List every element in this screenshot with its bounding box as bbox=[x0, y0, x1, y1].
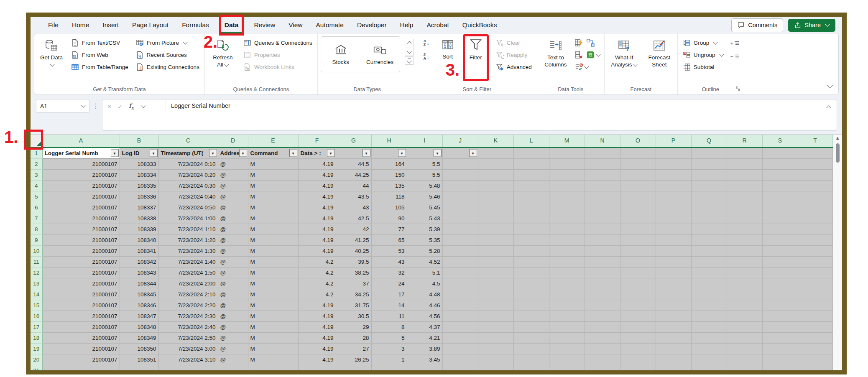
cell-G17[interactable]: 29 bbox=[336, 321, 371, 332]
cell-T12[interactable] bbox=[798, 267, 832, 278]
cell-E5[interactable]: M bbox=[248, 191, 298, 202]
cell-L4[interactable] bbox=[513, 180, 549, 191]
cell-Q10[interactable] bbox=[691, 245, 727, 256]
cell-T3[interactable] bbox=[798, 169, 832, 180]
cell-J8[interactable] bbox=[442, 224, 478, 234]
cell-T8[interactable] bbox=[798, 224, 832, 234]
cell-F8[interactable]: 4.19 bbox=[298, 224, 336, 234]
cell-C6[interactable]: 7/23/2024 0:50 bbox=[158, 202, 218, 213]
cell-O4[interactable] bbox=[620, 180, 656, 191]
currencies-button[interactable]: Currencies bbox=[360, 37, 400, 72]
row-header-9[interactable]: 9 bbox=[31, 234, 42, 245]
cell-H6[interactable]: 105 bbox=[371, 202, 407, 213]
cell-A6[interactable]: 21000107 bbox=[42, 202, 120, 213]
filter-dropdown-E1[interactable]: ▾ bbox=[289, 149, 297, 157]
cell-R12[interactable] bbox=[727, 267, 762, 278]
clear-filter-button[interactable]: Clear bbox=[494, 37, 534, 48]
cell-M14[interactable] bbox=[549, 289, 585, 300]
cell-S15[interactable] bbox=[762, 300, 798, 311]
cell-C5[interactable]: 7/23/2024 0:40 bbox=[158, 191, 218, 202]
cell-J15[interactable] bbox=[442, 300, 478, 311]
cell-R9[interactable] bbox=[727, 234, 762, 245]
tab-automate[interactable]: Automate bbox=[309, 17, 350, 33]
cell-R11[interactable] bbox=[727, 256, 762, 267]
chevron-down-icon[interactable] bbox=[141, 103, 146, 108]
cell-S20[interactable] bbox=[762, 354, 798, 365]
tab-review[interactable]: Review bbox=[247, 17, 282, 33]
cell-Q13[interactable] bbox=[691, 278, 727, 289]
cell-K2[interactable] bbox=[478, 158, 513, 169]
cell-D16[interactable]: @ bbox=[218, 311, 248, 321]
cell-E19[interactable]: M bbox=[248, 343, 298, 354]
cell-Q21[interactable] bbox=[691, 365, 727, 370]
cell-M5[interactable] bbox=[549, 191, 585, 202]
cell-T2[interactable] bbox=[798, 158, 832, 169]
cell-B16[interactable]: 108347 bbox=[120, 311, 158, 321]
cell-A15[interactable]: 21000107 bbox=[42, 300, 120, 311]
cell-M11[interactable] bbox=[549, 256, 585, 267]
row-header-14[interactable]: 14 bbox=[31, 289, 42, 300]
cell-F1[interactable]: Data > :▾ bbox=[298, 147, 336, 158]
cell-E7[interactable]: M bbox=[248, 213, 298, 224]
cell-F13[interactable]: 4.2 bbox=[298, 278, 336, 289]
column-header-D[interactable]: D bbox=[218, 135, 248, 147]
relationships-button[interactable] bbox=[586, 38, 601, 47]
stocks-button[interactable]: Stocks bbox=[321, 37, 360, 72]
cell-T9[interactable] bbox=[798, 234, 832, 245]
cell-T21[interactable] bbox=[798, 365, 832, 370]
cell-J14[interactable] bbox=[442, 289, 478, 300]
cell-A13[interactable]: 21000107 bbox=[42, 278, 120, 289]
cell-P16[interactable] bbox=[656, 311, 691, 321]
row-header-2[interactable]: 2 bbox=[31, 158, 42, 169]
cell-T15[interactable] bbox=[798, 300, 832, 311]
cell-P3[interactable] bbox=[656, 169, 691, 180]
cell-H4[interactable]: 135 bbox=[371, 180, 407, 191]
cell-E10[interactable]: M bbox=[248, 245, 298, 256]
row-header-17[interactable]: 17 bbox=[31, 321, 42, 332]
cell-Q5[interactable] bbox=[691, 191, 727, 202]
queries-connections-button[interactable]: Queries & Connections bbox=[241, 37, 314, 48]
cell-A12[interactable]: 21000107 bbox=[42, 267, 120, 278]
enter-icon[interactable]: ✓ bbox=[117, 103, 123, 110]
cell-B3[interactable]: 108334 bbox=[120, 169, 158, 180]
cell-O8[interactable] bbox=[620, 224, 656, 234]
cell-C9[interactable]: 7/23/2024 1:20 bbox=[158, 234, 218, 245]
cell-T20[interactable] bbox=[798, 354, 832, 365]
cell-J10[interactable] bbox=[442, 245, 478, 256]
cell-I5[interactable]: 5.46 bbox=[407, 191, 442, 202]
cell-S12[interactable] bbox=[762, 267, 798, 278]
cell-K15[interactable] bbox=[478, 300, 513, 311]
cell-G16[interactable]: 30.5 bbox=[336, 311, 371, 321]
cell-J3[interactable] bbox=[442, 169, 478, 180]
cell-D6[interactable]: @ bbox=[218, 202, 248, 213]
cell-K16[interactable] bbox=[478, 311, 513, 321]
cell-T16[interactable] bbox=[798, 311, 832, 321]
cell-S14[interactable] bbox=[762, 289, 798, 300]
cell-A17[interactable]: 21000107 bbox=[42, 321, 120, 332]
cell-M4[interactable] bbox=[549, 180, 585, 191]
cell-M10[interactable] bbox=[549, 245, 585, 256]
cell-P4[interactable] bbox=[656, 180, 691, 191]
cell-I12[interactable]: 5.1 bbox=[407, 267, 442, 278]
cell-M12[interactable] bbox=[549, 267, 585, 278]
cell-D8[interactable]: @ bbox=[218, 224, 248, 234]
cell-C4[interactable]: 7/23/2024 0:30 bbox=[158, 180, 218, 191]
cell-O10[interactable] bbox=[620, 245, 656, 256]
get-data-button[interactable]: Get Data bbox=[37, 36, 66, 85]
cell-S1[interactable] bbox=[762, 147, 798, 158]
cell-A21[interactable] bbox=[42, 365, 120, 370]
cell-M2[interactable] bbox=[549, 158, 585, 169]
cell-J19[interactable] bbox=[442, 343, 478, 354]
cell-T1[interactable] bbox=[798, 147, 832, 158]
cell-D1[interactable]: Addres▾ bbox=[218, 147, 248, 158]
cell-K6[interactable] bbox=[478, 202, 513, 213]
cell-G19[interactable]: 27 bbox=[336, 343, 371, 354]
cell-A5[interactable]: 21000107 bbox=[42, 191, 120, 202]
cell-O21[interactable] bbox=[620, 365, 656, 370]
cell-F16[interactable]: 4.19 bbox=[298, 311, 336, 321]
cell-R21[interactable] bbox=[727, 365, 762, 370]
formula-bar[interactable]: × ✓ fx Logger Serial Number bbox=[102, 99, 837, 131]
tab-acrobat[interactable]: Acrobat bbox=[420, 17, 455, 33]
data-validation-button[interactable] bbox=[574, 63, 585, 71]
cell-L21[interactable] bbox=[513, 365, 549, 370]
